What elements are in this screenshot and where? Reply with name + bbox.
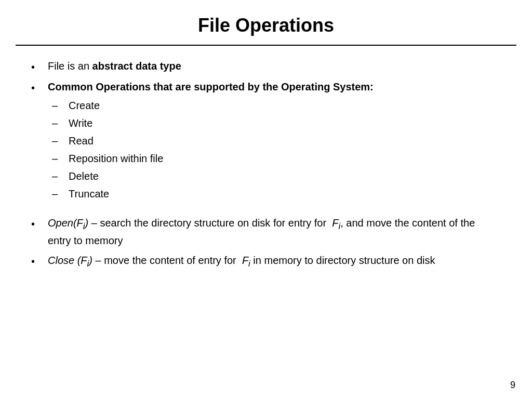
sub-item-write-label: Write xyxy=(69,115,92,131)
bullet-marker-2: • xyxy=(31,80,44,96)
bullet-4-fi-sub: i xyxy=(248,259,250,269)
bullet-3-fi-sub: i xyxy=(339,221,341,231)
sub-item-read-label: Read xyxy=(69,133,94,149)
dash-marker-5: – xyxy=(52,168,66,184)
dash-marker-3: – xyxy=(52,133,66,149)
page-number: 9 xyxy=(510,380,515,391)
main-bullet-list: • File is an abstract data type • Common… xyxy=(31,58,501,270)
slide-header: File Operations xyxy=(0,0,532,45)
slide: File Operations • File is an abstract da… xyxy=(0,0,532,399)
sub-item-delete: – Delete xyxy=(52,168,163,184)
sub-item-truncate: – Truncate xyxy=(52,186,163,202)
dash-marker-6: – xyxy=(52,186,66,202)
bullet-3-fi: Fi xyxy=(332,217,340,229)
bullet-item-2: • Common Operations that are supported b… xyxy=(31,79,501,206)
bullet-marker-1: • xyxy=(31,59,44,75)
dash-marker-4: – xyxy=(52,151,66,166)
bullet-4-italic: Close (Fi) xyxy=(48,255,92,266)
bullet-1-bold: abstract data type xyxy=(92,60,181,72)
sub-item-delete-label: Delete xyxy=(69,168,99,184)
dash-marker-1: – xyxy=(52,98,66,113)
bullet-3-sub: i xyxy=(83,221,85,231)
bullet-3-text: Open(Fi) – search the directory structur… xyxy=(48,215,501,248)
bullet-marker-4: • xyxy=(31,254,44,269)
bullet-item-3: • Open(Fi) – search the directory struct… xyxy=(31,215,501,248)
bullet-2-text: Common Operations that are supported by … xyxy=(48,79,374,95)
bullet-marker-3: • xyxy=(31,216,44,232)
sub-item-read: – Read xyxy=(52,133,163,149)
sub-item-write: – Write xyxy=(52,115,163,131)
sub-item-create-label: Create xyxy=(69,98,100,113)
bullet-item-1: • File is an abstract data type xyxy=(31,58,501,75)
bullet-4-fi: Fi xyxy=(242,255,250,266)
slide-content: • File is an abstract data type • Common… xyxy=(0,46,532,399)
dash-marker-2: – xyxy=(52,115,66,131)
bullet-3-italic: Open(Fi) xyxy=(48,217,88,229)
sub-list: – Create – Write – Read – Reposition wit… xyxy=(52,98,163,204)
slide-title: File Operations xyxy=(198,15,334,36)
bullet-4-text: Close (Fi) – move the content of entry f… xyxy=(48,252,435,270)
sub-item-create: – Create xyxy=(52,98,163,113)
bullet-1-text: File is an abstract data type xyxy=(48,58,181,74)
bullet-4-sub: i xyxy=(87,259,89,269)
sub-item-truncate-label: Truncate xyxy=(69,186,109,202)
bullet-item-4: • Close (Fi) – move the content of entry… xyxy=(31,252,501,270)
sub-item-reposition-label: Reposition within file xyxy=(69,151,163,166)
sub-item-reposition: – Reposition within file xyxy=(52,151,163,166)
bullet-2-bold: Common Operations that are supported by … xyxy=(48,81,374,92)
